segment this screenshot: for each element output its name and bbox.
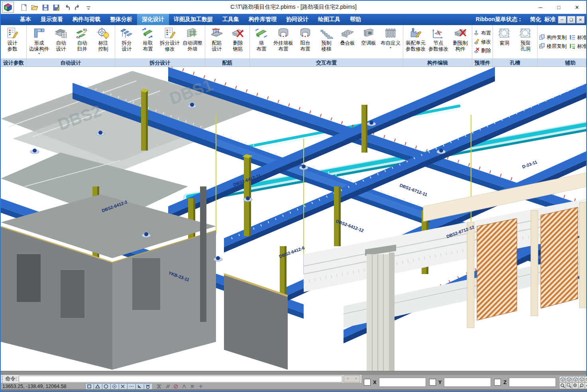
crosshair-full-toggle[interactable] (197, 383, 205, 390)
snap-center-toggle[interactable] (102, 383, 110, 390)
snap-off-toggle[interactable] (172, 383, 180, 390)
auto-design-button[interactable]: 自动设计 (51, 25, 71, 59)
snap-parallel-toggle[interactable] (163, 383, 171, 390)
ribbon-group-孔槽: 窗洞预留孔洞孔槽 (493, 25, 538, 67)
ribbon-tab-基本[interactable]: 基本 (15, 14, 36, 25)
cursor-coordinates: 13653.25, -138.49, 12064.58 (2, 384, 85, 389)
zoom-extents-button[interactable] (559, 382, 566, 389)
ribbon-tab-绘图工具[interactable]: 绘图工具 (313, 14, 345, 25)
ribbon-tab-协同设计[interactable]: 协同设计 (281, 14, 313, 25)
qat-more-icon[interactable] (84, 3, 92, 11)
open-file-icon[interactable] (30, 3, 38, 11)
view-iso-ne-button[interactable] (559, 376, 566, 383)
custom-place-button[interactable]: 布自定义▾ (379, 25, 402, 59)
snap-intersection-toggle[interactable] (119, 383, 127, 390)
beam-arrows-icon (141, 26, 155, 40)
snap-tangent-toggle[interactable] (144, 383, 152, 390)
copy-member-button[interactable]: 构件复制 (539, 33, 567, 41)
window-close-button[interactable]: ✕ (568, 1, 586, 14)
embed-delete-button[interactable]: 删除 (473, 47, 492, 55)
axis-z-input[interactable] (509, 378, 556, 387)
ribbon-tab-构件与荷载[interactable]: 构件与荷载 (68, 14, 105, 25)
wall-place-button[interactable]: 墙布置 (251, 25, 272, 59)
node-param-modify-button[interactable]: 节点参数修改 (427, 25, 450, 59)
save-as-icon[interactable] (52, 3, 60, 11)
snap-nearest-toggle[interactable] (155, 383, 163, 390)
auto-merge-button[interactable]: G1G2自动归并 (72, 25, 92, 59)
ribbon-tab-深化设计[interactable]: 深化设计 (137, 14, 169, 25)
ribbon-state-option-简化[interactable]: 简化 (530, 16, 541, 22)
undo-icon[interactable] (63, 3, 71, 11)
precast-stairs-button[interactable]: 预制楼梯 (316, 25, 337, 59)
save-file-icon[interactable] (41, 3, 49, 11)
view-front-button[interactable] (578, 376, 585, 383)
split-design-modify-button[interactable]: 拆分设计修改 (159, 25, 181, 59)
embed-place-button[interactable]: 布置 (473, 29, 492, 37)
zoom-window-button[interactable] (565, 382, 572, 389)
ribbon-tab-工具集[interactable]: 工具集 (218, 14, 244, 25)
zoom-dynamic-button[interactable] (572, 382, 579, 389)
snap-extension-toggle[interactable] (127, 383, 135, 390)
balcony-place-button[interactable]: 阳台布置 (295, 25, 316, 59)
ac-panel-button[interactable]: 空调板 (358, 25, 379, 59)
delete-precast-member-button[interactable]: 删预制构件 (450, 25, 471, 59)
window-maximize-button[interactable]: □ (550, 1, 568, 14)
command-history-scroller[interactable]: ‹ › (344, 375, 360, 382)
delete-rebar-button[interactable]: 删除钢筋 (228, 25, 248, 59)
copy-std-floor-button[interactable]: 标准层复制 (569, 33, 586, 41)
hanging-panel-place-button[interactable]: 外挂墙板布置 (272, 25, 294, 59)
axis-x-input[interactable] (379, 378, 426, 387)
snap-endpoint-toggle[interactable] (85, 383, 93, 390)
view-iso-nw-button[interactable] (565, 376, 572, 383)
copy-floor-button[interactable]: 楼层复制 (539, 42, 567, 50)
snap-from-toggle[interactable] (180, 383, 188, 390)
ribbon-tab-构件库管理[interactable]: 构件库管理 (244, 14, 281, 25)
sync-std-floor-button[interactable]: 标准层同步 (569, 42, 586, 50)
dropdown-caret-icon[interactable]: ▾ (38, 52, 40, 55)
dropdown-caret-icon[interactable]: ▾ (390, 46, 391, 49)
ribbon-tab-整体分析[interactable]: 整体分析 (105, 14, 137, 25)
model-viewport[interactable]: DBS2-6412-11DBS2-6412-12DBS1-6712-11DBS2… (1, 67, 586, 371)
annotation-control-button[interactable]: 标注控制 (93, 25, 114, 59)
button-label: 标准层复制 (577, 34, 586, 41)
scroll-right-icon[interactable]: › (352, 376, 360, 382)
assembly-unit-param-modify-button[interactable]: 装配单元参数修改 (404, 25, 427, 59)
window-hole-button[interactable]: 窗洞 (494, 25, 515, 59)
axis-x-checkbox[interactable] (364, 379, 371, 386)
mdi-restore-button[interactable]: ❏ (567, 16, 575, 24)
ribbon-tab-详图及加工数据[interactable]: 详图及加工数据 (169, 14, 218, 25)
toolbar-grip[interactable] (1, 375, 4, 383)
command-input[interactable] (19, 376, 342, 382)
view-top-button[interactable] (572, 376, 579, 383)
snap-perpendicular-toggle[interactable] (135, 383, 143, 390)
zoom-previous-button[interactable] (578, 382, 585, 389)
axis-z-checkbox[interactable] (494, 379, 501, 386)
app-logo-icon[interactable] (2, 2, 14, 13)
new-file-icon[interactable] (20, 3, 27, 11)
view-right-button[interactable] (585, 376, 587, 383)
grid-display-toggle[interactable] (188, 383, 196, 390)
form-edge-members-button[interactable]: 形成边缘构件▾ (28, 25, 50, 59)
snap-midpoint-toggle[interactable] (94, 383, 102, 390)
ribbon-state-option-标准[interactable]: 标准 (544, 16, 556, 22)
mdi-minimize-button[interactable]: ─ (558, 16, 566, 24)
design-params-button[interactable]: 设计参数 (2, 25, 23, 59)
pan-button[interactable] (585, 382, 587, 389)
node-axes-icon (432, 26, 445, 40)
scroll-left-icon[interactable]: ‹ (344, 376, 352, 382)
reserved-hole-button[interactable]: 预留孔洞 (515, 25, 536, 59)
split-design-button[interactable]: 拆分设计 (116, 25, 137, 59)
axis-y-input[interactable] (444, 378, 491, 387)
ribbon-tab-帮助[interactable]: 帮助 (345, 14, 366, 25)
snap-node-toggle[interactable] (110, 383, 118, 390)
pick-place-button[interactable]: 拾取布置 (137, 25, 158, 59)
composite-slab-button[interactable]: 叠合板 (337, 25, 358, 59)
redo-icon[interactable] (73, 3, 81, 11)
embed-modify-button[interactable]: 修改 (473, 38, 492, 46)
mdi-close-button[interactable]: ✕ (576, 16, 585, 24)
auto-adjust-ext-wall-button[interactable]: 自动调整外墙 (181, 25, 204, 59)
axis-y-checkbox[interactable] (429, 379, 436, 386)
ribbon-tab-显示查看[interactable]: 显示查看 (36, 14, 68, 25)
rebar-design-button[interactable]: 配筋设计 (206, 25, 227, 59)
window-minimize-button[interactable]: ─ (531, 1, 550, 14)
